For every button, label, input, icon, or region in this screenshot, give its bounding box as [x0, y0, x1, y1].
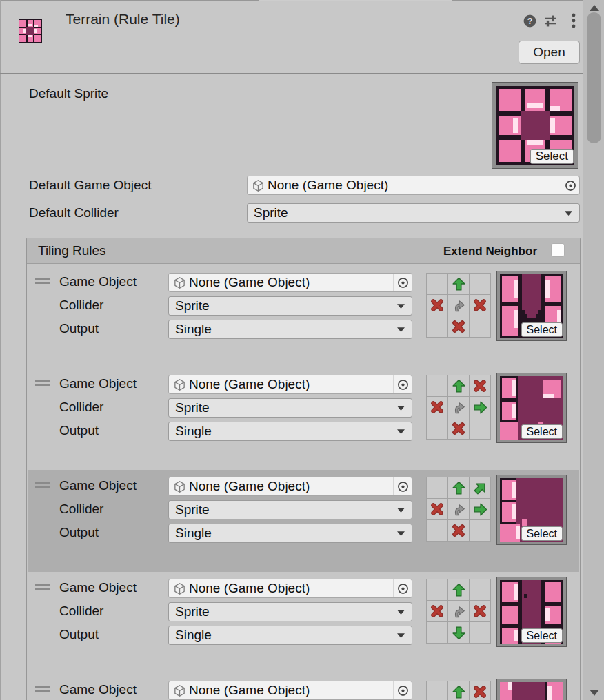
rule-sprite-preview[interactable]: Select — [497, 679, 566, 700]
object-picker-icon[interactable] — [393, 681, 412, 699]
neighbor-cell-empty[interactable] — [470, 520, 490, 541]
rule-game-object-field[interactable]: None (Game Object) — [168, 477, 412, 496]
neighbor-arrow-right-icon[interactable] — [470, 499, 490, 519]
presets-icon[interactable] — [542, 12, 558, 29]
drag-handle-icon[interactable] — [35, 584, 50, 593]
drag-handle-icon[interactable] — [35, 686, 50, 694]
neighbor-arrow-up-icon[interactable] — [448, 681, 469, 700]
tiling-rule-row[interactable]: Game Object Collider Output None (Game O… — [28, 477, 579, 543]
default-game-object-field[interactable]: None (Game Object) — [247, 176, 580, 195]
vertical-scrollbar[interactable] — [583, 0, 604, 700]
extend-neighbor-checkbox[interactable] — [551, 243, 565, 257]
neighbor-cell-empty[interactable] — [427, 418, 447, 439]
neighbor-cell-empty[interactable] — [427, 375, 447, 396]
neighbor-not-this-icon[interactable] — [427, 397, 447, 418]
window-tab-notch — [259, 0, 452, 1]
rotation-icon[interactable] — [448, 397, 469, 418]
open-button[interactable]: Open — [519, 41, 580, 64]
object-picker-icon[interactable] — [393, 274, 412, 291]
chevron-down-icon — [396, 629, 405, 641]
rule-sprite-preview[interactable]: Select — [497, 475, 566, 544]
neighbor-not-this-icon[interactable] — [448, 316, 469, 337]
tiling-rules-header: Tiling Rules Extend Neighbor — [27, 238, 580, 264]
neighbor-arrow-up-icon[interactable] — [448, 274, 469, 294]
select-sprite-button[interactable]: Select — [521, 628, 563, 643]
tiling-rule-row[interactable]: Game Object Collider Output None (Game O… — [28, 681, 579, 700]
neighbor-cell-empty[interactable] — [427, 622, 447, 643]
neighbor-cell-empty[interactable] — [470, 274, 490, 294]
tiling-rule-row[interactable]: Game Object Collider Output None (Game O… — [28, 375, 579, 441]
neighbor-not-this-icon[interactable] — [448, 520, 469, 541]
object-picker-icon[interactable] — [393, 375, 412, 393]
neighbor-not-this-icon[interactable] — [470, 295, 490, 316]
neighbor-arrow-down-icon[interactable] — [448, 622, 469, 643]
neighbor-not-this-icon[interactable] — [470, 375, 490, 396]
object-picker-icon[interactable] — [393, 579, 412, 597]
neighbor-cell-empty[interactable] — [470, 579, 490, 600]
neighbor-not-this-icon[interactable] — [427, 601, 447, 621]
select-sprite-button[interactable]: Select — [521, 322, 563, 337]
neighbor-cell-empty[interactable] — [427, 681, 447, 700]
neighbor-cell-empty[interactable] — [427, 579, 447, 600]
default-sprite-preview[interactable]: Select — [492, 83, 578, 168]
drag-handle-icon[interactable] — [35, 278, 50, 287]
neighbor-cell-empty[interactable] — [470, 316, 490, 337]
kebab-menu-icon[interactable] — [565, 12, 582, 29]
rule-game-object-field[interactable]: None (Game Object) — [168, 681, 412, 700]
neighbor-not-this-icon[interactable] — [427, 295, 447, 316]
rule-collider-dropdown[interactable]: Sprite — [168, 296, 412, 316]
neighbor-arrow-up-icon[interactable] — [448, 477, 469, 498]
scroll-down-arrow-icon[interactable] — [590, 690, 599, 696]
neighbor-grid — [426, 273, 491, 338]
neighbor-arrow-right-icon[interactable] — [470, 397, 490, 418]
rule-output-dropdown[interactable]: Single — [168, 524, 412, 543]
neighbor-not-this-icon[interactable] — [470, 681, 490, 700]
rule-game-object-field[interactable]: None (Game Object) — [168, 579, 412, 598]
rotation-icon[interactable] — [448, 601, 469, 621]
neighbor-not-this-icon[interactable] — [470, 601, 490, 621]
tiling-rule-row[interactable]: Game Object Collider Output None (Game O… — [28, 579, 579, 645]
rule-sprite-preview[interactable]: Select — [497, 577, 566, 646]
cube-icon — [173, 378, 186, 391]
neighbor-cell-empty[interactable] — [470, 418, 490, 439]
drag-handle-icon[interactable] — [35, 482, 50, 491]
neighbor-cell-empty[interactable] — [427, 274, 447, 294]
rule-collider-dropdown[interactable]: Sprite — [168, 602, 412, 621]
neighbor-cell-empty[interactable] — [427, 316, 447, 337]
chevron-down-icon — [396, 527, 405, 539]
neighbor-not-this-icon[interactable] — [427, 499, 447, 519]
rotation-icon[interactable] — [448, 295, 469, 316]
rotation-icon[interactable] — [448, 499, 469, 519]
rule-output-dropdown[interactable]: Single — [168, 422, 412, 441]
rule-game-object-field[interactable]: None (Game Object) — [168, 273, 412, 292]
select-sprite-button[interactable]: Select — [521, 424, 563, 439]
neighbor-arrow-up-icon[interactable] — [448, 579, 469, 600]
neighbor-arrow-up-icon[interactable] — [448, 375, 469, 396]
rule-collider-dropdown[interactable]: Sprite — [168, 398, 412, 418]
select-sprite-button[interactable]: Select — [521, 526, 563, 541]
select-sprite-button[interactable]: Select — [530, 149, 574, 164]
neighbor-grid — [426, 579, 491, 644]
cube-icon — [173, 582, 186, 595]
rule-collider-dropdown[interactable]: Sprite — [168, 500, 412, 519]
neighbor-arrow-up-right-icon[interactable] — [470, 477, 490, 498]
help-icon[interactable]: ? — [521, 12, 538, 29]
rule-game-object-field[interactable]: None (Game Object) — [168, 375, 412, 394]
tiling-rules-title: Tiling Rules — [38, 243, 106, 258]
scrollbar-thumb[interactable] — [587, 12, 601, 143]
object-picker-icon[interactable] — [561, 176, 579, 194]
rule-sprite-preview[interactable]: Select — [497, 373, 566, 442]
chevron-down-icon — [396, 606, 405, 618]
drag-handle-icon[interactable] — [35, 380, 50, 389]
tiling-rule-row[interactable]: Game Object Collider Output None (Game O… — [28, 273, 579, 339]
rule-sprite-preview[interactable]: Select — [497, 271, 566, 340]
neighbor-not-this-icon[interactable] — [448, 418, 469, 439]
default-collider-dropdown[interactable]: Sprite — [247, 203, 580, 223]
object-picker-icon[interactable] — [393, 477, 412, 495]
rule-output-dropdown[interactable]: Single — [168, 320, 412, 339]
neighbor-cell-empty[interactable] — [427, 520, 447, 541]
neighbor-cell-empty[interactable] — [470, 622, 490, 643]
neighbor-cell-empty[interactable] — [427, 477, 447, 498]
scroll-up-arrow-icon[interactable] — [590, 5, 599, 11]
rule-output-dropdown[interactable]: Single — [168, 626, 412, 645]
